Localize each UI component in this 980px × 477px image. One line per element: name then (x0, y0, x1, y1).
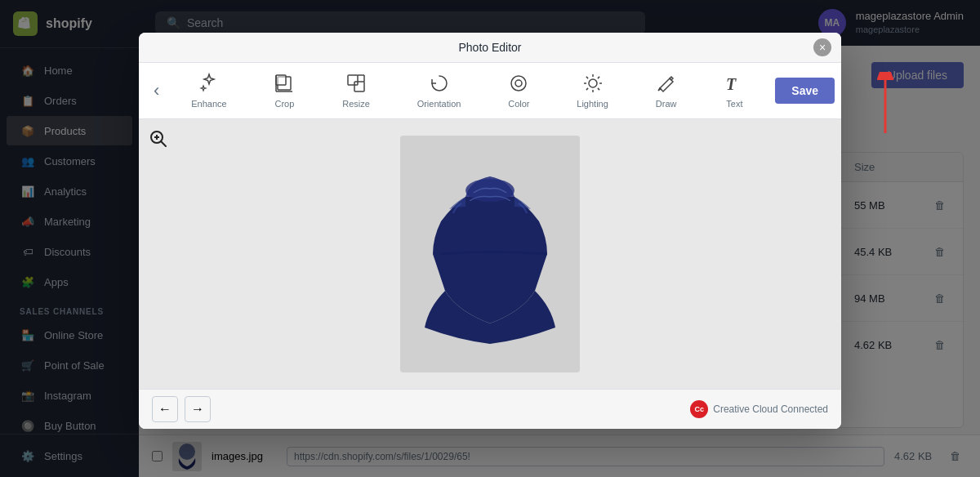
color-icon (508, 73, 529, 97)
orientation-label: Orientation (417, 99, 461, 109)
save-arrow-annotation (869, 72, 902, 140)
resize-icon (345, 73, 367, 97)
photo-editor-modal: Photo Editor × ‹ Enhance (139, 33, 841, 429)
draw-icon (656, 73, 677, 97)
modal-close-button[interactable]: × (813, 38, 831, 56)
svg-point-25 (466, 179, 514, 202)
tool-text[interactable]: T Text (715, 69, 753, 112)
enhance-icon (198, 73, 220, 97)
svg-rect-2 (276, 75, 286, 85)
crop-icon (274, 73, 295, 97)
save-button[interactable]: Save (775, 78, 835, 104)
modal-overlay: Photo Editor × ‹ Enhance (0, 0, 980, 477)
tool-resize[interactable]: Resize (334, 69, 378, 112)
text-label: Text (726, 99, 742, 109)
svg-rect-6 (354, 82, 364, 91)
zoom-in-button[interactable] (149, 129, 168, 154)
enhance-label: Enhance (191, 99, 226, 109)
tool-lighting[interactable]: Lighting (568, 69, 617, 112)
text-icon: T (724, 73, 745, 97)
tool-color[interactable]: Color (500, 69, 537, 112)
creative-cloud-badge: Cc Creative Cloud Connected (690, 400, 828, 418)
product-image (400, 136, 580, 372)
modal-title: Photo Editor (458, 41, 521, 54)
orientation-icon (429, 73, 450, 97)
lighting-icon (582, 73, 604, 97)
crop-label: Crop (275, 99, 295, 109)
editor-toolbar: ‹ Enhance (139, 63, 841, 119)
svg-rect-5 (348, 75, 358, 85)
tool-enhance[interactable]: Enhance (183, 69, 234, 112)
svg-line-16 (586, 77, 587, 78)
tool-orientation[interactable]: Orientation (409, 69, 470, 112)
tool-draw[interactable]: Draw (648, 69, 685, 112)
draw-label: Draw (656, 99, 677, 109)
creative-cloud-label: Creative Cloud Connected (713, 403, 828, 415)
svg-point-9 (511, 76, 526, 91)
svg-line-19 (586, 88, 587, 90)
svg-text:T: T (726, 75, 737, 93)
svg-line-18 (597, 77, 599, 78)
resize-label: Resize (342, 99, 370, 109)
tool-crop[interactable]: Crop (265, 69, 303, 112)
undo-button[interactable]: ← (152, 396, 178, 422)
toolbar-prev-button[interactable]: ‹ (145, 75, 167, 106)
svg-line-17 (597, 88, 599, 90)
svg-point-10 (515, 80, 522, 87)
svg-point-11 (589, 79, 597, 87)
lighting-label: Lighting (577, 99, 608, 109)
toolbar-tools: Enhance Crop (167, 63, 768, 118)
creative-cloud-logo: Cc (690, 400, 708, 418)
editor-canvas (139, 119, 841, 389)
modal-header: Photo Editor × (139, 33, 841, 63)
svg-line-24 (161, 141, 166, 146)
editor-footer: ← → Cc Creative Cloud Connected (139, 389, 841, 429)
color-label: Color (508, 99, 529, 109)
redo-button[interactable]: → (185, 396, 211, 422)
